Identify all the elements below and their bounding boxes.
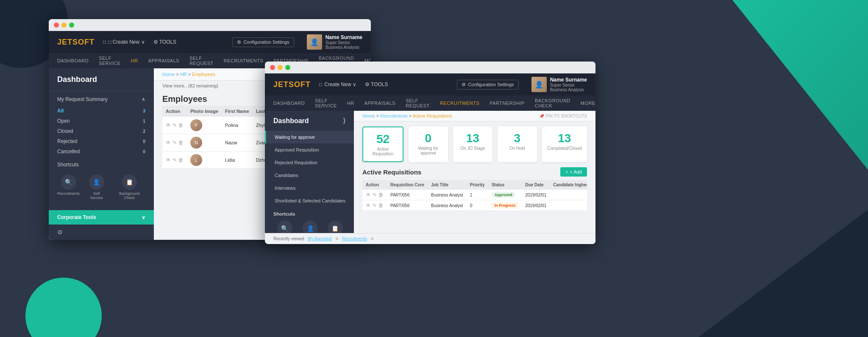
req-core-cell: PART/056	[387, 190, 428, 200]
breadcrumb-hr[interactable]: HR	[180, 72, 187, 77]
delete-icon[interactable]: 🗑	[178, 122, 184, 128]
menu-interviews[interactable]: Interviews	[265, 182, 354, 194]
shortcut-bg-check[interactable]: 📋 Background Check	[114, 174, 145, 200]
nav2-recruitments[interactable]: RECRUITMENTS	[440, 101, 479, 106]
shortcuts-icons-1: 🔍 Recruitments 👤 Self Service 📋 Backgrou…	[49, 171, 154, 203]
menu-shortlisted[interactable]: Shortlisted & Selected Candidates	[265, 194, 354, 207]
nav2-self-service[interactable]: SELF SERVICE	[315, 98, 337, 108]
menu-rejected-req[interactable]: Rejected Requisition	[265, 156, 354, 169]
summary-rejected[interactable]: Rejected 0	[49, 136, 154, 146]
shortcut-recruitments[interactable]: 🔍 Recruitments	[57, 174, 80, 200]
req-table-row: 👁 ✎ 🗑 PART/056 Business Analyst 1 Approv…	[362, 190, 587, 200]
close-recruitments-icon[interactable]: ✕	[370, 236, 374, 241]
col-photo: Photo Image	[187, 106, 222, 117]
nav2-partnership[interactable]: PARTNERSHIP	[490, 101, 525, 106]
config-label-2: Configuration Settings	[468, 82, 514, 87]
my-request-label: My Request Summary	[57, 96, 108, 102]
menu-waiting-approve[interactable]: Waiting for approve	[265, 131, 354, 143]
nav-dashboard[interactable]: DASHBOARD	[57, 58, 89, 63]
my-request-summary: My Request Summary ∧	[49, 91, 154, 106]
view-icon[interactable]: 👁	[366, 192, 371, 198]
settings-icon[interactable]: ⚙	[49, 225, 154, 240]
req-table: Action Requisition Core Job Title Priori…	[362, 180, 587, 211]
logo-2: JETSOFT	[273, 80, 311, 89]
menu-candidates[interactable]: Candidates	[265, 169, 354, 182]
summary-all[interactable]: All 3	[49, 106, 154, 116]
close-dot[interactable]	[54, 22, 59, 28]
active-req-title: Active Requisitions	[362, 168, 421, 176]
edit-icon[interactable]: ✎	[373, 202, 377, 208]
minimize-dot[interactable]	[61, 22, 67, 28]
nav2-self-request[interactable]: SELF REQUEST	[406, 98, 430, 108]
nav-self-service[interactable]: SELF SERVICE	[99, 56, 121, 66]
req-candidate-cell	[550, 200, 587, 211]
breadcrumb-home-2[interactable]: Home	[362, 113, 375, 118]
action-cell: 👁 ✎ 🗑	[162, 117, 187, 134]
stats-row: 52 Active Requisition 0 Waiting for appr…	[354, 121, 595, 167]
user-role-1: Super Senior Business Analysis	[326, 40, 362, 50]
gear-icon: ⚙	[237, 39, 241, 45]
stat-card[interactable]: 52 Active Requisition	[362, 126, 403, 162]
delete-icon[interactable]: 🗑	[378, 192, 384, 198]
chevron-up-icon: ∧	[142, 96, 145, 102]
main-nav-2: DASHBOARD SELF SERVICE HR APPRAISALS SEL…	[265, 95, 595, 111]
title-bar-1	[49, 19, 371, 31]
summary-closed[interactable]: Closed 2	[49, 126, 154, 136]
rcol-status: Status	[488, 180, 522, 190]
stat-card[interactable]: 0 Waiting for approve	[409, 126, 448, 162]
nav-self-request[interactable]: SELF REQUEST	[189, 56, 214, 66]
recently-viewed-recruitments[interactable]: Recruitments	[354, 236, 367, 241]
nav2-dashboard[interactable]: DASHBOARD	[273, 101, 305, 106]
stat-card[interactable]: 13 On JO Stage	[453, 126, 492, 162]
breadcrumb-current-2: Active Requisitions	[413, 113, 452, 118]
tools-button-2[interactable]: ⚙ TOOLS	[365, 81, 388, 87]
logo-1: JETSOFT	[57, 38, 95, 47]
req-title-cell: Business Analyst	[428, 190, 467, 200]
edit-icon[interactable]: ✎	[172, 140, 177, 146]
edit-icon[interactable]: ✎	[373, 192, 377, 198]
create-new-button-2[interactable]: □ Create New ∨	[319, 81, 356, 87]
breadcrumb-home[interactable]: Home	[162, 72, 175, 77]
nav2-more[interactable]: MORE	[581, 101, 595, 106]
add-button[interactable]: + + Add	[560, 167, 587, 177]
stat-card[interactable]: 3 On Hold	[498, 126, 537, 162]
menu-approved-req[interactable]: Approved Requisition	[265, 143, 354, 156]
nav2-background-check[interactable]: BACKGROUND CHECK	[535, 98, 570, 108]
nav-hr[interactable]: HR	[131, 58, 138, 63]
nav-appraisals[interactable]: APPRAISALS	[148, 58, 179, 63]
edit-icon[interactable]: ✎	[172, 122, 177, 128]
config-settings-button[interactable]: ⚙ Configuration Settings	[232, 37, 294, 47]
create-new-button[interactable]: □ □ Create New ∨	[103, 39, 145, 45]
breadcrumb-recruitments-2[interactable]: Recruitments	[380, 113, 408, 118]
summary-cancelled[interactable]: Cancelled 0	[49, 146, 154, 157]
minimize-dot-2[interactable]	[278, 65, 283, 70]
nav2-hr[interactable]: HR	[347, 101, 354, 106]
close-dot-2[interactable]	[270, 65, 275, 70]
pin-shortcut[interactable]: 📌 PIN TO SHORTCUTS	[539, 114, 587, 118]
user-name-1: Name Surname	[326, 34, 362, 40]
edit-icon[interactable]: ✎	[172, 157, 177, 163]
req-priority-cell: 1	[467, 190, 488, 200]
shortcut-self-service[interactable]: 👤 Self Service	[86, 174, 107, 200]
req-priority-cell: 0	[467, 200, 488, 211]
sidebar-menu-header: Dashboard ⟩	[265, 111, 354, 131]
tools-button[interactable]: ⚙ TOOLS	[153, 39, 177, 45]
summary-open[interactable]: Open 1	[49, 116, 154, 126]
view-icon[interactable]: 👁	[166, 122, 171, 128]
view-icon[interactable]: 👁	[166, 157, 171, 163]
delete-icon[interactable]: 🗑	[178, 140, 184, 146]
view-icon[interactable]: 👁	[366, 202, 371, 208]
maximize-dot[interactable]	[69, 22, 74, 28]
maximize-dot-2[interactable]	[285, 65, 290, 70]
create-icon-2: □	[319, 81, 322, 87]
stat-card[interactable]: 13 Completed/Closed	[542, 126, 587, 162]
delete-icon[interactable]: 🗑	[178, 157, 184, 163]
nav-recruitments[interactable]: RECRUITMENTS	[224, 58, 263, 63]
nav2-appraisals[interactable]: APPRAISALS	[364, 101, 395, 106]
corporate-tools-button[interactable]: Corporate Tools ∨	[49, 210, 154, 225]
config-settings-button-2[interactable]: ⚙ Configuration Settings	[457, 80, 518, 90]
delete-icon[interactable]: 🗑	[378, 202, 384, 208]
view-icon[interactable]: 👁	[166, 140, 171, 146]
bg-circle-bottom-left	[25, 278, 102, 337]
stat-label: Active Requisition	[368, 147, 398, 156]
